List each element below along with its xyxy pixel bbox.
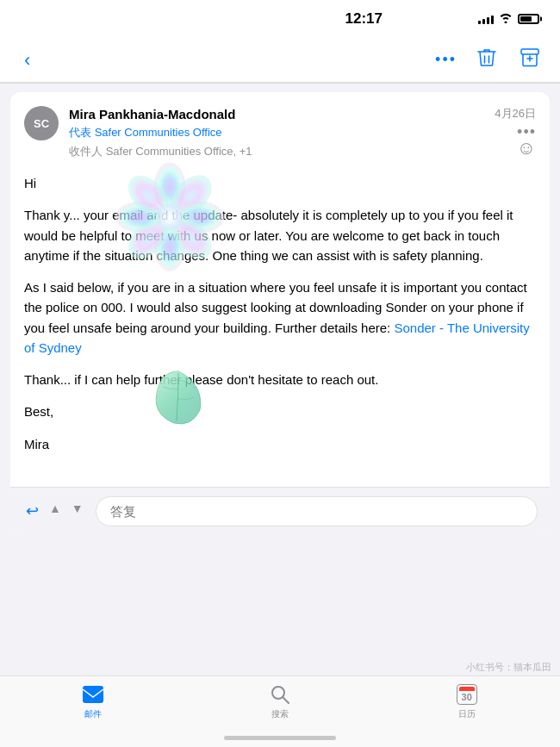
reply-back-button[interactable]: ↩ [22, 500, 42, 522]
reply-nav-chevron-up[interactable]: ▲ [46, 500, 65, 522]
email-meta: Mira Pankhania-Macdonald 4月26日 代表 Safer … [69, 106, 536, 159]
reply-nav-chevron-down[interactable]: ▼ [68, 500, 87, 522]
status-time: 12:17 [250, 10, 479, 28]
tab-calendar[interactable]: 30 日历 [441, 683, 493, 720]
sender-org: 代表 Safer Communities Office [69, 125, 222, 140]
signal-icon [478, 14, 494, 24]
email-body-para3: Thank... if I can help further please do… [24, 370, 536, 389]
email-closing1: Best, [24, 402, 536, 421]
sender-row: Mira Pankhania-Macdonald 4月26日 [69, 106, 536, 121]
watermark: 小红书号：猫本瓜田 [466, 661, 551, 674]
email-body-para2: As I said below, if you are in a situati… [24, 277, 536, 358]
mail-icon [82, 683, 104, 706]
email-date: 4月26日 [495, 106, 536, 121]
nav-bar: ‹ ••• [0, 38, 560, 83]
email-closing2: Mira [24, 434, 536, 454]
more-options-button[interactable]: ••• [435, 51, 457, 69]
email-body-para1: Thank y... your email and the update- ab… [24, 205, 536, 265]
email-greeting: Hi [24, 173, 536, 193]
email-container: SC Mira Pankhania-Macdonald 4月26日 代表 Saf… [10, 92, 550, 535]
archive-button[interactable] [517, 45, 543, 75]
svg-rect-2 [521, 49, 538, 54]
calendar-icon: 30 [456, 683, 478, 706]
svg-rect-14 [83, 686, 103, 703]
status-bar: 12:17 [0, 0, 560, 38]
tab-search[interactable]: 搜索 [254, 683, 306, 720]
svg-line-16 [283, 697, 289, 703]
sender-name: Mira Pankhania-Macdonald [69, 107, 235, 121]
recipient-text: 收件人 Safer Communities Office, +1 [69, 145, 252, 158]
back-button[interactable]: ‹ [17, 42, 37, 78]
avatar: SC [24, 106, 59, 140]
email-header: SC Mira Pankhania-Macdonald 4月26日 代表 Saf… [10, 92, 550, 170]
tab-mail[interactable]: 邮件 [67, 683, 119, 720]
emoji-reaction-button[interactable]: ☺ [517, 137, 536, 159]
home-indicator [224, 736, 336, 740]
trash-button[interactable] [474, 44, 500, 76]
divider [0, 83, 560, 84]
reply-input[interactable] [96, 496, 538, 526]
reply-nav: ↩ ▲ ▼ [22, 500, 87, 522]
battery-icon [518, 14, 539, 24]
status-icons [478, 12, 539, 26]
wifi-icon [499, 12, 513, 26]
tab-search-label: 搜索 [271, 708, 289, 720]
reply-bar: ↩ ▲ ▼ [10, 487, 550, 535]
nav-actions: ••• [435, 44, 543, 76]
email-body: Hi Thank y... your email and the update-… [10, 170, 550, 483]
recipient-row: 收件人 Safer Communities Office, +1 [69, 143, 536, 159]
sender-org-row: 代表 Safer Communities Office ••• [69, 123, 536, 141]
tab-calendar-label: 日历 [458, 708, 476, 720]
tab-mail-label: 邮件 [84, 708, 102, 720]
search-icon [269, 683, 291, 706]
